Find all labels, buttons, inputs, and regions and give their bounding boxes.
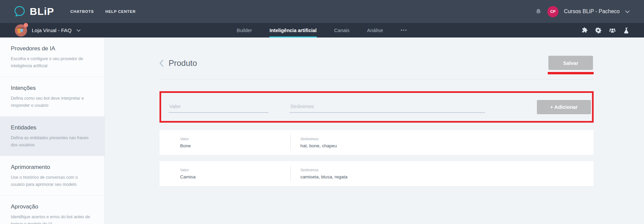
flask-icon[interactable] (623, 27, 629, 34)
puzzle-icon[interactable] (581, 27, 588, 33)
bot-toolbar-icons (581, 27, 629, 34)
back-icon[interactable] (159, 59, 164, 67)
tab-more[interactable]: ••• (401, 23, 407, 38)
sinonimos-label: Sinônimos (300, 137, 337, 141)
save-button[interactable]: Salvar (548, 56, 593, 70)
notification-bell-icon[interactable] (535, 8, 542, 15)
valor-value: Bone (180, 143, 290, 148)
nav-link-chatbots[interactable]: CHATBOTS (70, 9, 94, 14)
sidebar-item-description: Identifique acertos e erros do bot antes… (11, 214, 92, 224)
users-icon[interactable] (609, 27, 616, 33)
sidebar-item-description: Defina como seu bot deve interpretar e r… (11, 95, 92, 109)
sidebar-item-description: Escolha e configure o seu provedor de in… (11, 55, 92, 70)
valor-field (169, 101, 269, 113)
valor-label: Valor (180, 137, 290, 141)
sidebar-item-title: Intenções (11, 85, 92, 92)
top-navbar: BLiP CHATBOTS HELP CENTER CP Cursos BLiP… (0, 0, 644, 23)
blip-bubble-icon (14, 5, 26, 18)
sidebar-item-title: Aprovação (11, 203, 92, 210)
bot-selector[interactable]: Loja Virual - FAQ (15, 24, 81, 36)
sinonimos-input[interactable] (290, 101, 485, 113)
sidebar-item-intencoes[interactable]: Intenções Defina como seu bot deve inter… (0, 77, 104, 117)
bot-navbar: Loja Virual - FAQ Builder Inteligência a… (0, 23, 644, 38)
bot-avatar (15, 24, 27, 36)
user-avatar[interactable]: CP (547, 6, 559, 17)
tab-analise[interactable]: Análise (367, 23, 383, 38)
user-menu-chevron-down-icon[interactable] (625, 10, 630, 13)
sidebar-item-aprovacao[interactable]: Aprovação Identifique acertos e erros do… (0, 196, 104, 224)
sidebar-item-title: Provedores de IA (11, 45, 92, 52)
top-links: CHATBOTS HELP CENTER (70, 9, 135, 14)
bot-chevron-down-icon (76, 29, 81, 32)
ai-sidebar: Provedores de IA Escolha e configure o s… (0, 38, 105, 224)
sidebar-item-provedores-de-ia[interactable]: Provedores de IA Escolha e configure o s… (0, 38, 104, 77)
sinonimos-label: Sinônimos (300, 168, 348, 172)
add-entity-form-highlighted: + Adicionar (159, 91, 594, 123)
sinonimos-value: camiseta, blusa, regata (300, 174, 348, 179)
tab-inteligencia-artificial[interactable]: Inteligência artificial (270, 23, 317, 38)
sidebar-item-entidades[interactable]: Entidades Defina as entidades presentes … (0, 117, 104, 156)
save-annotation-red-bar (548, 72, 594, 74)
blip-logo-text: BLiP (30, 6, 54, 17)
valor-label: Valor (180, 168, 290, 172)
entity-row-bone[interactable]: Valor Bone Sinônimos hat, bone, chapeu (159, 130, 594, 155)
sinonimos-value: hat, bone, chapeu (300, 143, 337, 148)
sinonimos-field (290, 101, 485, 113)
sidebar-item-description: Use o histórico de conversas com o usuár… (11, 174, 92, 188)
entry-sinonimos-column: Sinônimos camiseta, blusa, regata (291, 168, 348, 179)
bot-name: Loja Virual - FAQ (32, 27, 72, 33)
valor-value: Camisa (180, 174, 290, 179)
main-area: Produto Salvar + Adicionar (105, 38, 644, 224)
topbar-right: CP Cursos BLiP - Pacheco (535, 6, 630, 17)
sidebar-item-aprimoramento[interactable]: Aprimoramento Use o histórico de convers… (0, 156, 104, 196)
sidebar-item-title: Aprimoramento (11, 164, 92, 171)
sidebar-item-title: Entidades (11, 124, 92, 131)
entity-content: Produto Salvar + Adicionar (159, 56, 594, 186)
tab-builder[interactable]: Builder (237, 23, 252, 38)
back-and-title: Produto (159, 58, 197, 68)
entity-values-list: Valor Bone Sinônimos hat, bone, chapeu V… (159, 130, 594, 186)
page-shell: Provedores de IA Escolha e configure o s… (0, 38, 644, 224)
bot-tabs: Builder Inteligência artificial Canais A… (237, 23, 407, 38)
tab-canais[interactable]: Canais (334, 23, 349, 38)
entry-sinonimos-column: Sinônimos hat, bone, chapeu (291, 137, 337, 148)
entity-header: Produto Salvar (159, 56, 594, 74)
header-divider (159, 79, 594, 79)
entry-valor-column: Valor Bone (159, 137, 290, 148)
entity-row-camisa[interactable]: Valor Camisa Sinônimos camiseta, blusa, … (159, 161, 594, 186)
valor-input[interactable] (169, 101, 269, 113)
gear-icon[interactable] (595, 27, 601, 33)
add-button[interactable]: + Adicionar (537, 100, 591, 114)
sidebar-item-description: Defina as entidades presentes nas frases… (11, 134, 92, 149)
nav-link-help-center[interactable]: HELP CENTER (105, 9, 136, 14)
entry-valor-column: Valor Camisa (159, 168, 290, 179)
bot-status-badge (24, 23, 28, 27)
user-account-name[interactable]: Cursos BLiP - Pacheco (564, 8, 620, 15)
blip-logo[interactable]: BLiP (14, 5, 54, 18)
save-area: Salvar (548, 56, 594, 74)
page-title: Produto (169, 58, 197, 68)
